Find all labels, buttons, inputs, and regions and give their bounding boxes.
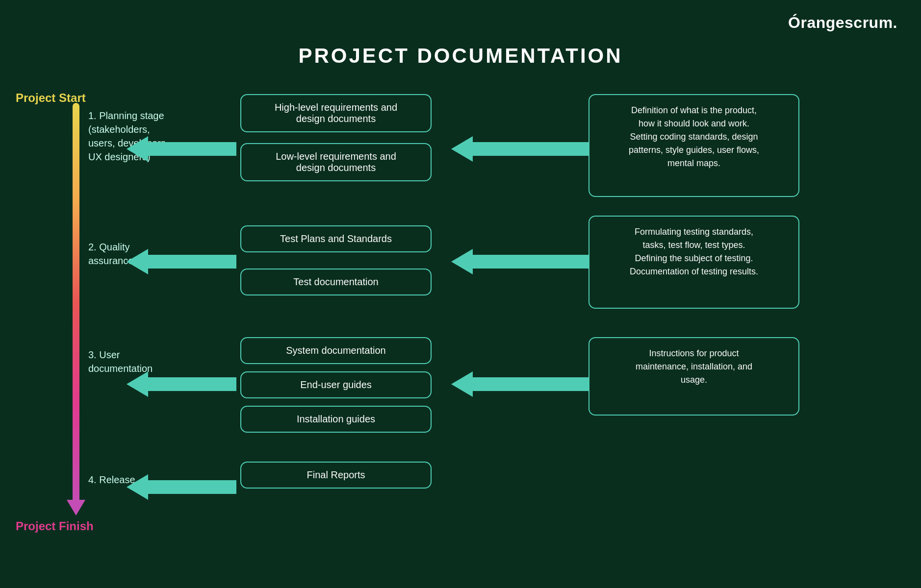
arrow-desc-userdoc [451, 371, 588, 397]
desc-qa: Formulating testing standards,tasks, tes… [588, 216, 799, 309]
project-finish-label: Project Finish [16, 519, 94, 533]
desc-planning: Definition of what is the product,how it… [588, 94, 799, 197]
logo-text: Órangescrum. [788, 14, 897, 31]
doc-low-level: Low-level requirements anddesign documen… [240, 143, 432, 181]
arrow-qa [127, 249, 236, 274]
arrow-desc-planning [451, 136, 588, 162]
arrow-release [127, 474, 236, 500]
doc-final: Final Reports [240, 462, 432, 489]
page-title: PROJECT DOCUMENTATION [298, 44, 622, 68]
arrow-planning [127, 136, 236, 162]
doc-end-user: End-user guides [240, 371, 432, 398]
doc-system: System documentation [240, 337, 432, 364]
timeline-arrow-icon [67, 500, 85, 515]
desc-userdoc: Instructions for productmaintenance, ins… [588, 337, 799, 416]
doc-test-doc: Test documentation [240, 269, 432, 295]
doc-install: Installation guides [240, 406, 432, 433]
timeline-bar [73, 103, 79, 505]
doc-high-level: High-level requirements anddesign docume… [240, 94, 432, 132]
arrow-desc-qa [451, 249, 588, 274]
doc-test-plans: Test Plans and Standards [240, 225, 432, 252]
arrow-user-doc [127, 371, 236, 397]
logo: Órangescrum. [788, 14, 897, 32]
